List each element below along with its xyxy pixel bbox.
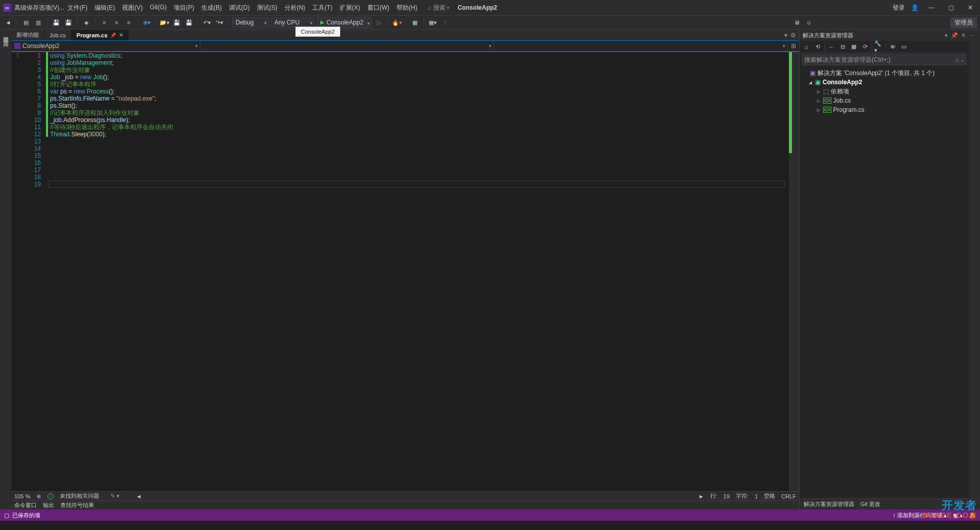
config-dropdown[interactable]: Debug	[232, 17, 269, 28]
menu-item[interactable]: 窗口(W)	[364, 2, 392, 14]
solution-search-input[interactable]: 搜索解决方案资源管理器(Ctrl+;) ⌕ ▾	[802, 54, 967, 65]
save-button[interactable]: 💾	[51, 17, 61, 28]
code-line[interactable]: ps.StartInfo.FileName = "notepad.exe";	[50, 95, 787, 102]
save-all-project-button[interactable]: 💾	[184, 17, 194, 28]
overflow-button[interactable]: ⋮	[440, 17, 450, 28]
nav-scope-dropdown[interactable]	[200, 41, 494, 51]
scroll-left-icon[interactable]: ◄	[136, 493, 142, 499]
menu-item[interactable]: 扩展(X)	[337, 2, 363, 14]
zoom-level[interactable]: 105 %	[14, 493, 30, 499]
git-changes-tab[interactable]: Git 更改	[860, 500, 880, 508]
code-line[interactable]	[50, 174, 787, 181]
tree-item[interactable]: ▷⬚依赖项	[801, 87, 968, 96]
new-file-button[interactable]: ▤	[21, 17, 31, 28]
code-line[interactable]	[50, 166, 787, 174]
issues-text[interactable]: 未找到相关问题	[60, 492, 99, 500]
scroll-right-icon[interactable]: ►	[698, 493, 704, 499]
menu-item[interactable]: 生成(B)	[198, 2, 225, 14]
vertical-scrollbar[interactable]	[792, 51, 799, 491]
refresh-icon[interactable]: ⟳	[860, 42, 870, 52]
redo-button[interactable]: ↷▾	[214, 17, 224, 28]
code-line[interactable]: using System.Diagnostics;	[50, 52, 787, 59]
properties-icon[interactable]: 🔧▾	[874, 42, 883, 52]
editor-tab[interactable]: 新增功能	[11, 30, 44, 40]
code-line[interactable]: //创建作业对象	[50, 66, 787, 74]
toggle-button[interactable]: ≡	[124, 17, 134, 28]
menu-item[interactable]: 测试(S)	[254, 2, 281, 14]
code-line[interactable]: _job.AddProcess(ps.Handle);	[50, 116, 787, 124]
maximize-button[interactable]: ▢	[944, 4, 958, 11]
back-icon[interactable]: ←	[827, 42, 836, 52]
layout-button[interactable]: ▦▾	[428, 17, 438, 28]
menu-advanced-save[interactable]: 高级保存选项(V)...	[14, 4, 64, 12]
tree-item[interactable]: ▷C#Job.cs	[801, 96, 968, 105]
minimize-button[interactable]: ―	[925, 4, 938, 11]
nav-back-button[interactable]: ◄	[3, 17, 13, 28]
code-line[interactable]: //记事本程序进程加入到作业对象	[50, 109, 787, 116]
editor-tab[interactable]: Job.cs	[44, 30, 72, 40]
show-all-icon[interactable]: ▦	[849, 42, 858, 52]
save-all-button[interactable]: 💾	[63, 17, 74, 28]
panel-close-icon[interactable]: ✕	[961, 32, 966, 39]
output-tab[interactable]: 输出	[43, 501, 54, 509]
solution-root[interactable]: ▣解决方案 'ConsoleApp2' (1 个项目, 共 1 个)	[801, 68, 968, 78]
split-editor-icon[interactable]: ⊞	[788, 41, 799, 51]
output-tab[interactable]: 命令窗口	[14, 501, 37, 509]
indent-mode[interactable]: 空格	[764, 492, 775, 500]
panel-dropdown-icon[interactable]: ▾	[945, 32, 948, 39]
menu-item[interactable]: 视图(V)	[119, 2, 146, 14]
undo-button[interactable]: ↶▾	[202, 17, 212, 28]
live-share-button[interactable]: 🖥	[791, 17, 802, 28]
preview-icon[interactable]: 👁	[888, 42, 897, 52]
menu-item[interactable]: 工具(T)	[309, 2, 335, 14]
menu-item[interactable]: 编辑(E)	[91, 2, 118, 14]
hot-reload-button[interactable]: 🔥▾	[392, 17, 402, 28]
project-node[interactable]: ◢▣ConsoleApp2	[801, 78, 968, 87]
start-nodebug-button[interactable]: ▷	[374, 17, 384, 28]
nav-project-dropdown[interactable]: ConsoleApp2	[11, 41, 200, 51]
home-icon[interactable]: ⌂	[802, 42, 811, 52]
platform-dropdown[interactable]: Any CPU	[271, 17, 315, 28]
code-line[interactable]: Job _job = new Job();	[50, 74, 787, 81]
uncomment-button[interactable]: ≡	[111, 17, 122, 28]
code-line[interactable]	[50, 159, 787, 166]
add-item-button[interactable]: ⊕▾	[142, 17, 152, 28]
collapse-icon[interactable]: ⊟	[838, 42, 847, 52]
code-line[interactable]	[50, 145, 787, 152]
menu-item[interactable]: 调试(D)	[226, 2, 253, 14]
code-line[interactable]: Thread.Sleep(3000);	[50, 131, 787, 138]
code-line[interactable]	[50, 138, 787, 145]
search-label[interactable]: 搜索	[433, 4, 446, 12]
browser-button[interactable]: ▦	[410, 17, 420, 28]
menu-item[interactable]: 帮助(H)	[393, 2, 421, 14]
output-tab[interactable]: 查找符号结果	[60, 501, 94, 509]
code-line[interactable]: //打开记事本程序	[50, 81, 787, 88]
panel-pin-icon[interactable]: 📌	[951, 32, 958, 39]
editor-tab[interactable]: Program.cs📌✕	[72, 30, 129, 40]
comment-button[interactable]: ≡	[99, 17, 109, 28]
eol-mode[interactable]: CRLF	[781, 493, 796, 499]
code-line[interactable]: ps.Start();	[50, 102, 787, 109]
menu-item[interactable]: 项目(P)	[171, 2, 197, 14]
code-line[interactable]: var ps = new Process();	[50, 88, 787, 95]
tab-settings-icon[interactable]: ⚙	[790, 32, 796, 39]
menu-item[interactable]: 分析(N)	[282, 2, 309, 14]
menu-item[interactable]: 文件(F)	[64, 2, 90, 14]
view-icon[interactable]: ▭	[899, 42, 908, 52]
open-button[interactable]: ▥	[33, 17, 43, 28]
issues-icon[interactable]: ◉	[36, 493, 41, 499]
person-icon[interactable]: 👤	[911, 4, 919, 11]
right-gutter-tab[interactable]: ⋮	[969, 33, 975, 38]
nav-member-dropdown[interactable]	[494, 41, 788, 51]
code-line[interactable]	[50, 152, 787, 159]
menu-item[interactable]: Git(G)	[147, 2, 170, 14]
login-link[interactable]: 登录	[893, 4, 905, 12]
open-folder-button[interactable]: 📁▾	[159, 17, 170, 28]
solution-explorer-tab[interactable]: 解决方案资源管理器	[804, 500, 854, 508]
sync-icon[interactable]: ⟲	[813, 42, 822, 52]
tab-dropdown-icon[interactable]: ▾	[784, 32, 787, 39]
code-line[interactable]: //等待3秒后退出程序，记事本程序会自动关闭	[50, 124, 787, 131]
bookmark-button[interactable]: ◈	[81, 17, 91, 28]
feedback-button[interactable]: ☺	[804, 17, 814, 28]
code-line[interactable]: using JobManagement;	[50, 59, 787, 66]
